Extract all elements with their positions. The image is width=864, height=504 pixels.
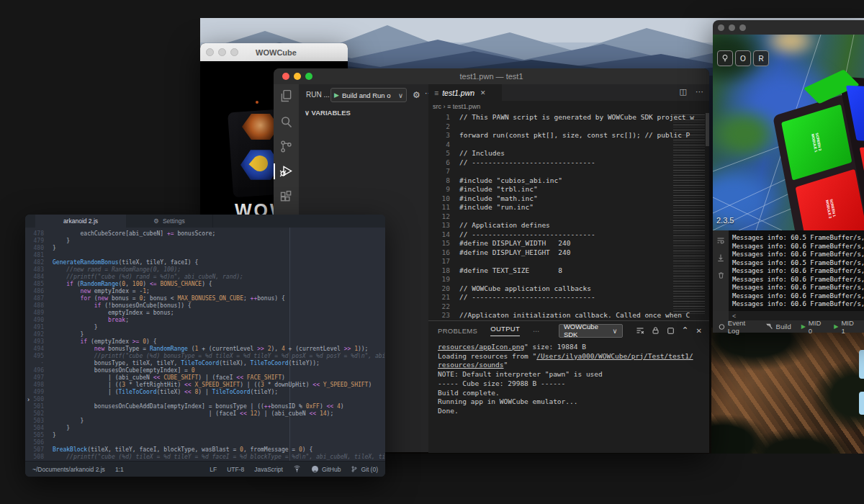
mid1-button[interactable]: ▶MID 1 xyxy=(834,319,857,335)
git-status[interactable]: Git (0) xyxy=(351,465,378,473)
play-icon: ▶ xyxy=(834,323,838,330)
code-line: 22 xyxy=(428,302,709,312)
panel-maximize-icon[interactable]: ⌃ xyxy=(682,325,689,336)
minimize-button[interactable] xyxy=(294,73,301,80)
tab-label: test1.pwn xyxy=(442,89,474,97)
fold-chevron-icon[interactable]: › xyxy=(27,396,30,403)
output-channel-dropdown[interactable]: WOWCube SDK ∨ xyxy=(559,324,623,338)
code-line: 499 | (TileToCoord(tileX) << 8) | TileTo… xyxy=(25,389,385,396)
extensions-icon[interactable] xyxy=(279,189,294,204)
launch-config-dropdown[interactable]: ▶ Build and Run o ∨ xyxy=(330,88,407,102)
cursor-position[interactable]: 1:1 xyxy=(115,466,124,473)
line-ending[interactable]: LF xyxy=(210,466,217,473)
output-line: Build complete. xyxy=(438,389,704,398)
code-line: 507BreakBlock(tileX, tileY, faceI, block… xyxy=(25,446,385,454)
search-icon[interactable] xyxy=(279,114,294,130)
code-editor[interactable]: 478 eachCubeScore[abi_cubeN] += bonusSco… xyxy=(25,230,385,461)
panel-more-icon[interactable]: ⋯ xyxy=(533,327,540,335)
language-mode[interactable]: JavaScript xyxy=(254,466,283,473)
log-line: Messages info: 60.6 FrameBuffer/s, 6 xyxy=(732,284,864,292)
tab-problems[interactable]: PROBLEMS xyxy=(438,327,477,335)
code-editor[interactable]: 1// This PAWN script is generated by WOW… xyxy=(428,113,709,320)
bulb-button[interactable] xyxy=(717,50,733,66)
clear-output-icon[interactable] xyxy=(636,326,644,335)
source-control-icon[interactable] xyxy=(279,139,294,154)
event-log-icon xyxy=(719,323,725,330)
desktop-widget[interactable] xyxy=(859,350,864,379)
breadcrumb[interactable]: src › ≡ test1.pwn xyxy=(428,101,709,113)
code-line: 15#define DISPLAY_WIDTH 240 xyxy=(428,239,709,248)
autoscroll-icon[interactable] xyxy=(716,253,725,262)
red-face-text: SCREEN 1 MODULE 2 xyxy=(825,198,837,219)
play-icon[interactable]: ▶ xyxy=(334,91,339,99)
word-wrap-icon[interactable] xyxy=(716,236,725,245)
tab-label: Settings xyxy=(163,217,185,225)
editor-group[interactable]: ≡ test1.pwn ✕ ◫ ⋯ src › ≡ test1.pwn 1// … xyxy=(428,84,709,320)
gear-icon[interactable]: ⚙ xyxy=(413,90,420,100)
panel-close-icon[interactable]: ✕ xyxy=(696,327,702,335)
variables-section-header[interactable]: ∨ VARIABLES xyxy=(305,109,351,117)
o-button[interactable]: O xyxy=(735,50,751,66)
open-panel-icon[interactable] xyxy=(667,327,675,335)
tab-output[interactable]: OUTPUT xyxy=(490,325,520,336)
git-branch-icon xyxy=(351,465,358,473)
emulator-viewport[interactable]: SCREEN 2 MODULE 1 SCREEN 1 MODULE 2 ≡ ≡ … xyxy=(713,35,864,230)
output-line: resources/sounds" xyxy=(438,361,704,370)
vscode-titlebar[interactable]: test1.pwn — test1 xyxy=(274,68,709,84)
tab-settings[interactable]: ⚙ Settings xyxy=(126,215,213,228)
zoom-button[interactable] xyxy=(739,24,746,31)
minimap[interactable] xyxy=(673,114,705,316)
code-line: 5// Includes xyxy=(428,149,709,158)
tab-test1-pwn[interactable]: ≡ test1.pwn ✕ xyxy=(428,84,502,101)
split-editor-icon[interactable]: ◫ xyxy=(680,87,687,96)
lock-icon[interactable] xyxy=(652,326,660,335)
code-line: 486 new emptyIndex = -1; xyxy=(25,288,385,295)
active-indicator xyxy=(274,163,275,179)
file-icon: ≡ xyxy=(434,89,438,97)
explorer-icon[interactable] xyxy=(279,89,294,104)
code-line: 484 //printf("cube (%d) rand = %d)n", ab… xyxy=(25,274,385,281)
mid0-button[interactable]: ▶MID 0 xyxy=(801,319,824,335)
editor-more-icon[interactable]: ⋯ xyxy=(696,87,703,96)
emulator-titlebar[interactable] xyxy=(713,20,864,35)
code-line: 17 xyxy=(428,257,709,266)
editor-scrollbar[interactable] xyxy=(706,113,709,146)
window-title: test1.pwn — test1 xyxy=(274,68,709,84)
code-line: 3forward run(const pkt[], size, const sr… xyxy=(428,131,709,140)
wowcube-titlebar[interactable]: WOWCube xyxy=(200,43,348,61)
r-button[interactable]: R xyxy=(753,50,769,66)
encoding[interactable]: UTF-8 xyxy=(227,466,244,473)
code-line: 489 emptyIndex = bonus; xyxy=(25,310,385,317)
code-line: 10#include "math.inc" xyxy=(428,194,709,204)
code-line: 9#include "trbl.inc" xyxy=(428,185,709,194)
led-dot xyxy=(256,101,258,104)
code-line: 503 } xyxy=(25,418,385,425)
output-line: resources/appIcon.png" size: 19884 B xyxy=(438,343,704,352)
build-button[interactable]: Build xyxy=(765,323,791,330)
chevron-down-icon: ∨ xyxy=(398,91,403,99)
file-path[interactable]: ~/Documents/arkanoid 2.js xyxy=(32,466,105,473)
github-status[interactable]: GitHub xyxy=(311,465,341,473)
output-console[interactable]: resources/appIcon.png" size: 19884 BLoad… xyxy=(438,343,704,451)
message-log[interactable]: Messages info: 60.5 FrameBuffer/s, 6Mess… xyxy=(729,230,864,311)
close-button[interactable] xyxy=(718,24,724,31)
trash-icon[interactable] xyxy=(717,271,725,279)
version-label: 2.3.5 xyxy=(716,216,734,225)
code-line: 18#define TEXT_SIZE 8 xyxy=(428,266,709,276)
log-line: Messages info: 60.6 FrameBuffer/s, 6 xyxy=(732,292,864,301)
code-line: 2 xyxy=(428,122,709,132)
code-line: 11#include "run.inc" xyxy=(428,203,709,212)
event-log-button[interactable]: Event Log xyxy=(719,319,755,335)
teletype-icon[interactable] xyxy=(293,465,301,473)
code-line: 479 } xyxy=(25,238,385,245)
run-and-debug-icon[interactable] xyxy=(279,163,294,179)
code-line: 16#define DISPLAY_HEIGHT 240 xyxy=(428,248,709,258)
log-line: Messages info: 60.6 FrameBuffer/s, 6 xyxy=(732,276,864,284)
close-button[interactable] xyxy=(282,73,289,80)
code-line: 481 xyxy=(25,252,385,259)
minimize-button[interactable] xyxy=(729,24,735,31)
close-icon[interactable]: ✕ xyxy=(480,89,486,96)
desktop-widget[interactable] xyxy=(859,392,864,415)
zoom-button[interactable] xyxy=(305,73,312,80)
tab-arkanoid[interactable]: arkanoid 2.js xyxy=(35,215,126,228)
